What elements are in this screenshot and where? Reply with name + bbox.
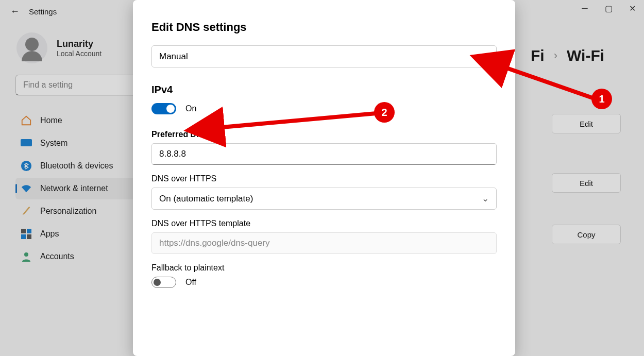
sidebar-item-bluetooth[interactable]: Bluetooth & devices bbox=[15, 155, 149, 177]
svg-point-6 bbox=[24, 252, 28, 257]
sidebar-item-label: Network & internet bbox=[40, 184, 108, 193]
preferred-dns-input[interactable] bbox=[151, 143, 497, 165]
sidebar-item-home[interactable]: Home bbox=[15, 110, 149, 131]
fallback-toggle-state: Off bbox=[185, 278, 196, 287]
window-title: Settings bbox=[29, 7, 57, 16]
sidebar-item-label: Bluetooth & devices bbox=[40, 161, 113, 171]
doh-label: DNS over HTTPS bbox=[151, 174, 497, 183]
user-account-type: Local Account bbox=[57, 49, 101, 58]
sidebar-item-label: Accounts bbox=[40, 252, 74, 261]
sidebar-item-label: System bbox=[40, 139, 67, 148]
window-maximize-button[interactable]: ▢ bbox=[597, 0, 620, 16]
annotation-badge-1: 1 bbox=[591, 89, 612, 109]
annotation-badge-2: 2 bbox=[374, 102, 395, 123]
copy-button[interactable]: Copy bbox=[552, 225, 621, 244]
paintbrush-icon bbox=[21, 206, 32, 217]
svg-rect-5 bbox=[27, 234, 31, 239]
doh-template-label: DNS over HTTPS template bbox=[151, 219, 497, 228]
sidebar-item-apps[interactable]: Apps bbox=[15, 223, 149, 245]
back-arrow-icon[interactable]: ← bbox=[10, 6, 20, 17]
preferred-dns-label: Preferred DNS bbox=[151, 130, 497, 139]
sidebar-item-label: Apps bbox=[40, 229, 59, 239]
breadcrumb-part[interactable]: Fi bbox=[531, 47, 545, 64]
sidebar-item-network[interactable]: Network & internet bbox=[15, 178, 149, 199]
ipv4-section-label: IPv4 bbox=[151, 84, 497, 96]
sidebar-item-label: Personalization bbox=[40, 207, 96, 216]
chevron-down-icon: ⌄ bbox=[482, 51, 489, 62]
fallback-toggle[interactable] bbox=[151, 277, 176, 288]
user-name: Lunarity bbox=[57, 39, 101, 49]
fallback-label: Fallback to plaintext bbox=[151, 263, 497, 273]
breadcrumb: Fi › Wi-Fi bbox=[531, 23, 623, 64]
person-icon bbox=[21, 251, 32, 262]
doh-value: On (automatic template) bbox=[159, 194, 253, 204]
search-input[interactable] bbox=[15, 75, 149, 95]
chevron-right-icon: › bbox=[554, 49, 557, 62]
wifi-icon bbox=[21, 183, 32, 194]
window-minimize-button[interactable]: ─ bbox=[573, 0, 597, 16]
avatar-icon bbox=[16, 32, 47, 63]
svg-rect-0 bbox=[21, 139, 32, 146]
edit-button[interactable]: Edit bbox=[552, 114, 621, 133]
doh-template-readonly: https://dns.google/dns-query bbox=[151, 232, 497, 254]
window-close-button[interactable]: ✕ bbox=[620, 0, 644, 16]
svg-rect-3 bbox=[27, 229, 31, 233]
bluetooth-icon bbox=[21, 160, 32, 172]
dns-mode-value: Manual bbox=[159, 52, 188, 62]
sidebar-item-personalization[interactable]: Personalization bbox=[15, 200, 149, 222]
dialog-title: Edit DNS settings bbox=[151, 21, 497, 34]
svg-rect-2 bbox=[21, 229, 26, 233]
edit-dns-dialog: Edit DNS settings Manual ⌄ IPv4 On Prefe… bbox=[133, 0, 515, 356]
sidebar-item-system[interactable]: System bbox=[15, 132, 149, 154]
system-icon bbox=[21, 138, 32, 149]
sidebar-item-accounts[interactable]: Accounts bbox=[15, 246, 149, 267]
sidebar-item-label: Home bbox=[40, 116, 62, 125]
apps-icon bbox=[21, 228, 32, 240]
breadcrumb-current: Wi-Fi bbox=[567, 47, 604, 64]
doh-select[interactable]: On (automatic template) ⌄ bbox=[151, 188, 497, 210]
ipv4-toggle-state: On bbox=[185, 104, 196, 113]
user-profile[interactable]: Lunarity Local Account bbox=[15, 23, 149, 75]
chevron-down-icon: ⌄ bbox=[482, 193, 489, 204]
home-icon bbox=[21, 115, 32, 126]
svg-rect-4 bbox=[21, 234, 26, 239]
edit-button[interactable]: Edit bbox=[552, 173, 621, 193]
sidebar-nav: Home System Bluetooth & devices bbox=[15, 110, 149, 267]
dns-mode-select[interactable]: Manual ⌄ bbox=[151, 45, 497, 67]
ipv4-toggle[interactable] bbox=[151, 103, 176, 114]
